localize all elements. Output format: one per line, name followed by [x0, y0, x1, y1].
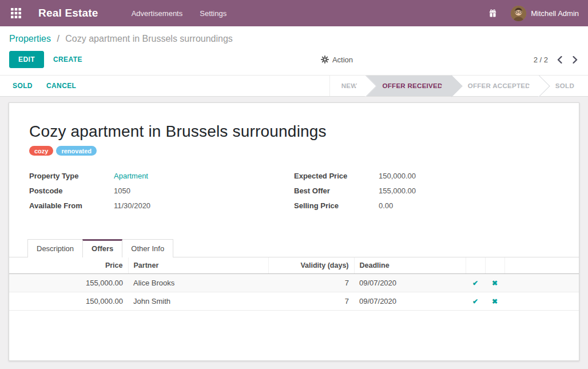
notebook-tabs: Description Offers Other Info — [9, 239, 579, 257]
breadcrumb-current: Cozy apartment in Brussels surroundings — [65, 34, 233, 43]
breadcrumb: Properties / Cozy apartment in Brussels … — [9, 34, 579, 44]
check-icon: ✔ — [472, 279, 478, 287]
field-label: Property Type — [29, 172, 114, 180]
gift-icon[interactable] — [488, 9, 497, 18]
control-panel: Properties / Cozy apartment in Brussels … — [0, 26, 588, 75]
property-type-link[interactable]: Apartment — [114, 172, 148, 180]
column-header-accept — [466, 257, 485, 274]
field-label: Expected Price — [294, 172, 379, 180]
field-label: Postcode — [29, 187, 114, 195]
offer-price: 150,000.00 — [9, 292, 128, 311]
column-header-filler — [504, 257, 579, 274]
pager-previous-button[interactable] — [556, 55, 563, 65]
field-best-offer: Best Offer 155,000.00 — [294, 187, 559, 195]
pager-count: 2 / 2 — [534, 55, 548, 64]
field-selling-price: Selling Price 0.00 — [294, 201, 559, 210]
x-icon: ✖ — [492, 297, 498, 305]
offer-validity: 7 — [268, 274, 354, 292]
field-groups: Property Type Apartment Postcode 1050 Av… — [29, 172, 559, 216]
top-navbar: Real Estate Advertisements Settings Mitc… — [0, 0, 588, 26]
field-group-right: Expected Price 150,000.00 Best Offer 155… — [294, 172, 559, 216]
page-title: Cozy apartment in Brussels surroundings — [29, 122, 559, 141]
action-menu-button[interactable]: Action — [321, 55, 353, 64]
chevron-right-icon — [573, 56, 578, 64]
column-header-price[interactable]: Price — [9, 257, 128, 274]
statusbar: SOLD CANCEL NEW OFFER RECEIVED OFFER ACC… — [0, 75, 588, 97]
offer-price: 155,000.00 — [9, 274, 128, 292]
offers-table: Price Partner Validity (days) Deadline 1… — [9, 257, 579, 311]
column-header-partner[interactable]: Partner — [128, 257, 268, 274]
tag-renovated[interactable]: renovated — [56, 146, 97, 156]
tab-description[interactable]: Description — [27, 239, 83, 257]
column-header-refuse — [485, 257, 504, 274]
x-icon: ✖ — [492, 279, 498, 287]
offer-validity: 7 — [268, 292, 354, 311]
create-button[interactable]: CREATE — [46, 51, 89, 68]
available-from-value: 11/30/2020 — [114, 201, 150, 210]
sold-button[interactable]: SOLD — [6, 78, 39, 94]
action-label: Action — [332, 55, 353, 64]
user-name[interactable]: Mitchell Admin — [531, 9, 579, 18]
breadcrumb-separator: / — [57, 34, 59, 43]
expected-price-value: 150,000.00 — [379, 172, 416, 180]
offer-row[interactable]: 155,000.00 Alice Brooks 7 09/07/2020 ✔ ✖ — [9, 274, 579, 292]
app-title[interactable]: Real Estate — [38, 7, 98, 19]
field-label: Selling Price — [294, 201, 379, 210]
menu-settings[interactable]: Settings — [200, 9, 227, 18]
apps-grid-icon[interactable] — [9, 6, 23, 20]
status-step-offer-received[interactable]: OFFER RECEIVED — [366, 76, 451, 96]
breadcrumb-properties[interactable]: Properties — [9, 34, 51, 43]
offer-deadline: 09/07/2020 — [354, 274, 466, 292]
tab-other-info[interactable]: Other Info — [122, 239, 173, 257]
field-property-type: Property Type Apartment — [29, 172, 294, 180]
offer-deadline: 09/07/2020 — [354, 292, 466, 311]
offers-table-header: Price Partner Validity (days) Deadline — [9, 257, 579, 274]
field-postcode: Postcode 1050 — [29, 187, 294, 195]
top-menu: Advertisements Settings — [132, 9, 227, 18]
offer-row[interactable]: 150,000.00 John Smith 7 09/07/2020 ✔ ✖ — [9, 292, 579, 311]
accept-offer-button[interactable]: ✔ — [472, 280, 478, 287]
field-label: Best Offer — [294, 187, 379, 195]
best-offer-value: 155,000.00 — [379, 187, 416, 195]
field-label: Available From — [29, 201, 114, 210]
cancel-button[interactable]: CANCEL — [39, 78, 83, 94]
chevron-left-icon — [557, 56, 562, 64]
status-steps: NEW OFFER RECEIVED OFFER ACCEPTED SOLD — [329, 76, 588, 96]
postcode-value: 1050 — [114, 187, 130, 195]
tags-list: cozy renovated — [29, 146, 559, 156]
check-icon: ✔ — [472, 297, 478, 305]
refuse-offer-button[interactable]: ✖ — [492, 298, 498, 305]
avatar[interactable] — [511, 6, 526, 21]
control-panel-buttons: EDIT CREATE — [9, 51, 579, 75]
accept-offer-button[interactable]: ✔ — [472, 298, 478, 305]
field-available-from: Available From 11/30/2020 — [29, 201, 294, 210]
menu-advertisements[interactable]: Advertisements — [132, 9, 183, 18]
selling-price-value: 0.00 — [379, 201, 393, 210]
edit-button[interactable]: EDIT — [9, 51, 44, 68]
column-header-deadline[interactable]: Deadline — [354, 257, 466, 274]
column-header-validity[interactable]: Validity (days) — [268, 257, 354, 274]
tag-cozy[interactable]: cozy — [29, 146, 53, 156]
offer-partner: Alice Brooks — [128, 274, 268, 292]
status-step-offer-accepted[interactable]: OFFER ACCEPTED — [452, 76, 539, 96]
field-expected-price: Expected Price 150,000.00 — [294, 172, 559, 180]
pager-next-button[interactable] — [571, 55, 579, 65]
offer-partner: John Smith — [128, 292, 268, 311]
status-step-new[interactable]: NEW — [329, 76, 367, 96]
gear-icon — [321, 55, 329, 64]
tab-offers[interactable]: Offers — [82, 239, 122, 257]
refuse-offer-button[interactable]: ✖ — [492, 280, 498, 287]
field-group-left: Property Type Apartment Postcode 1050 Av… — [29, 172, 294, 216]
form-sheet: Cozy apartment in Brussels surroundings … — [9, 102, 579, 361]
form-view-background: Cozy apartment in Brussels surroundings … — [0, 97, 588, 369]
